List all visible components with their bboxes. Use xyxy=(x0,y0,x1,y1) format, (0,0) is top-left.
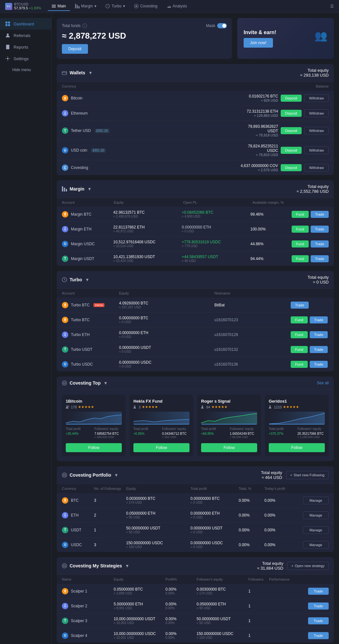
svg-rect-2 xyxy=(5,22,7,23)
fund-turbo-eth[interactable]: Fund xyxy=(291,331,308,338)
wallet-label-usdt: Tether USD xyxy=(71,128,91,133)
see-all-button[interactable]: See all xyxy=(317,381,329,385)
withdraw-btc-button[interactable]: Withdraw xyxy=(304,94,329,102)
margin-chevron[interactable]: ▾ xyxy=(88,186,91,191)
turbo-col-account: Account xyxy=(62,291,119,295)
withdraw-cov-button[interactable]: Withdraw xyxy=(304,164,329,172)
trade-strategy-1[interactable]: Trade xyxy=(308,588,329,595)
wallets-chevron[interactable]: ▾ xyxy=(89,70,92,75)
follow-button-geridos[interactable]: Follow xyxy=(269,443,325,452)
sidebar-item-referrals[interactable]: Referrals xyxy=(0,30,51,41)
open-strategy-button[interactable]: + Open new strategy xyxy=(287,562,329,570)
usdt-badge: ERC-20 xyxy=(95,129,110,133)
fund-usdt-button[interactable]: Fund xyxy=(292,255,309,262)
wallet-balance-cov: 4,637.00000000 COV ≈ 2,576 USD xyxy=(241,163,278,172)
margin-usdc-icon: U xyxy=(62,241,68,247)
start-following-button[interactable]: + Start new Following xyxy=(286,471,329,479)
invite-card: Invite & earn! Join now! 👥 xyxy=(237,18,334,59)
deposit-cov-button[interactable]: Deposit xyxy=(281,164,302,171)
deposit-button[interactable]: Deposit xyxy=(62,44,88,54)
wallet-name-cov: C Covesting xyxy=(62,164,240,171)
fund-turbo-usdt[interactable]: Fund xyxy=(291,346,308,353)
mask-toggle[interactable] xyxy=(217,23,227,28)
portfolio-total-pct-eth: 0.00% xyxy=(239,513,265,518)
margin-table-header: Account Equity Open PL Available margin,… xyxy=(57,198,334,207)
sidebar-item-settings[interactable]: Settings xyxy=(0,53,51,64)
covesting-portfolio-header: Covesting Portfolio ▾ Total equity ≈ 464… xyxy=(57,466,334,484)
covesting-top-chevron[interactable]: ▾ xyxy=(104,380,107,386)
follow-button-roger[interactable]: Follow xyxy=(201,443,257,452)
hamburger-icon[interactable]: ☰ xyxy=(330,4,334,9)
margin-title: Margin ▾ xyxy=(62,186,91,191)
trade-usdt-button[interactable]: Trade xyxy=(311,255,329,262)
manage-usdc-button[interactable]: Manage xyxy=(303,541,329,549)
trade-turbo-eth[interactable]: Trade xyxy=(310,331,328,338)
withdraw-usdc-button[interactable]: Withdraw xyxy=(304,146,329,154)
trade-eth-button[interactable]: Trade xyxy=(311,226,329,233)
margin-pl-usdt: +44.58439557 USDT ≈ 45 USD xyxy=(182,255,250,263)
fund-turbo-usdc[interactable]: Fund xyxy=(291,361,308,368)
fund-eth-button[interactable]: Fund xyxy=(292,226,309,233)
withdraw-eth-button[interactable]: Withdraw xyxy=(304,109,329,117)
manage-btc-button[interactable]: Manage xyxy=(303,497,329,504)
turbo-chevron[interactable]: ▾ xyxy=(86,277,88,282)
sidebar-item-reports[interactable]: Reports xyxy=(0,41,51,53)
follow-button-1bitcoin[interactable]: Follow xyxy=(66,443,122,452)
tab-turbo[interactable]: Turbo ▾ xyxy=(102,2,129,11)
tab-covesting[interactable]: Covesting xyxy=(130,2,161,11)
deposit-btc-button[interactable]: Deposit xyxy=(281,95,302,102)
deposit-eth-button[interactable]: Deposit xyxy=(281,110,302,117)
turbo-actions-eth: Fund Trade xyxy=(291,331,329,338)
trade-btc-button[interactable]: Trade xyxy=(311,211,329,218)
fund-usdc-button[interactable]: Fund xyxy=(292,240,309,247)
trade-turbo-btc[interactable]: Trade xyxy=(310,316,328,323)
strategy-followers-4: 1 xyxy=(248,633,269,638)
followers-icon-1 xyxy=(133,405,137,409)
fund-turbo-btc[interactable]: Fund xyxy=(291,316,308,323)
follow-button-hekla[interactable]: Follow xyxy=(133,443,189,452)
portfolio-chevron[interactable]: ▾ xyxy=(115,472,117,478)
strategies-chevron[interactable]: ▾ xyxy=(126,563,128,568)
portfolio-btc-icon: ₿ xyxy=(62,497,68,504)
wallet-label-cov: Covesting xyxy=(71,165,88,170)
sidebar-item-dashboard[interactable]: Dashboard xyxy=(0,18,51,30)
info-icon[interactable]: i xyxy=(82,23,87,28)
svg-point-23 xyxy=(62,564,67,568)
margin-btc-icon: ₿ xyxy=(62,211,68,218)
trade-strategy-4[interactable]: Trade xyxy=(308,632,329,639)
wallet-balance-btc: 0.01602176 BTC ≈ 929 USD xyxy=(249,94,278,102)
total-funds-label: Total funds xyxy=(62,23,81,28)
trade-usdc-button[interactable]: Trade xyxy=(311,240,329,247)
svg-marker-20 xyxy=(269,413,325,425)
tab-margin[interactable]: Margin ▾ xyxy=(71,2,101,11)
turbo-section-header: Turbo ▾ Total equity ≈ 0 USD xyxy=(57,271,334,289)
covesting-top-title: Covesting Top ▾ xyxy=(62,380,107,386)
covesting-top-header: Covesting Top ▾ See all xyxy=(57,377,334,390)
strategy-name-2: Ξ Scalper 2 xyxy=(62,603,114,609)
turbo-card: Turbo ▾ Total equity ≈ 0 USD Account Equ… xyxy=(57,271,334,371)
trade-turbo-btc-demo[interactable]: Trade xyxy=(291,302,309,309)
join-button[interactable]: Join now! xyxy=(244,38,273,48)
trade-turbo-usdt[interactable]: Trade xyxy=(310,346,328,353)
portfolio-row-eth: Ξ ETH 2 0.05000000 ETH ≈ 90 USD 0.000000… xyxy=(57,508,334,523)
wallets-title: Wallets ▾ xyxy=(62,70,92,75)
trade-turbo-usdc[interactable]: Trade xyxy=(310,361,328,368)
portfolio-equity-usdc: 150.00000000 USDC ≈ 150 USD xyxy=(126,541,191,549)
hide-menu-button[interactable]: Hide menu xyxy=(0,64,51,75)
deposit-usdc-button[interactable]: Deposit xyxy=(281,147,302,154)
deposit-usdt-button[interactable]: Deposit xyxy=(281,127,302,134)
manage-usdt-button[interactable]: Manage xyxy=(303,526,329,534)
margin-actions-usdc: Fund Trade xyxy=(292,240,329,247)
withdraw-usdt-button[interactable]: Withdraw xyxy=(304,127,329,135)
svg-point-6 xyxy=(7,33,9,35)
turbo-equity-eth: 0.00000000 ETH ≈ 0 USD xyxy=(119,331,214,339)
cov-name-hekla: Hekla FX Fund xyxy=(133,399,189,404)
trade-strategy-2[interactable]: Trade xyxy=(308,602,329,610)
tab-main[interactable]: Main xyxy=(48,2,70,11)
turbo-usdt-icon: T xyxy=(62,346,68,353)
margin-avail-usdc: 44.86% xyxy=(250,242,292,246)
manage-eth-button[interactable]: Manage xyxy=(303,511,329,519)
trade-strategy-3[interactable]: Trade xyxy=(308,617,329,624)
fund-btc-button[interactable]: Fund xyxy=(292,211,309,218)
tab-analysis[interactable]: Analysis xyxy=(163,2,191,11)
